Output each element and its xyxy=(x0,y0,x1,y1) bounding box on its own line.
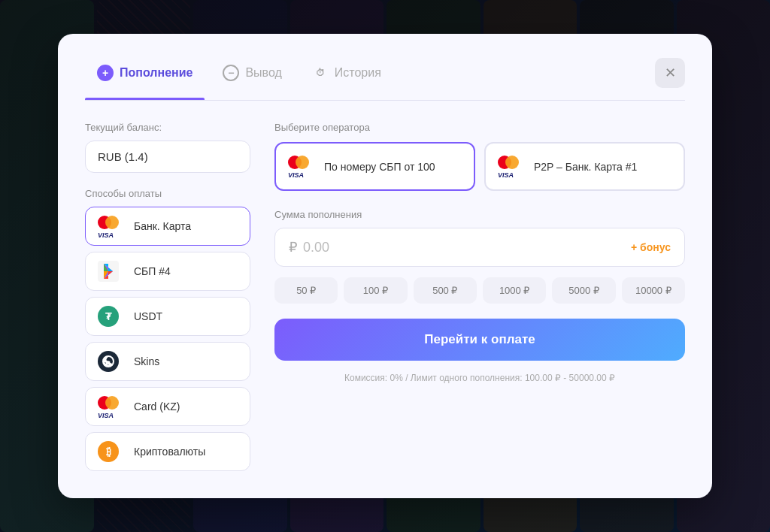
sbp-icon xyxy=(98,261,125,281)
quick-amount-5000[interactable]: 5000 ₽ xyxy=(552,277,615,304)
payment-methods-list: VISA Банк. Карта xyxy=(85,207,250,471)
tabs-bar: + Пополнение − Вывод ⏱ История ✕ xyxy=(85,58,685,101)
modal-overlay: + Пополнение − Вывод ⏱ История ✕ Текущий… xyxy=(0,0,770,532)
method-sbp[interactable]: СБП #4 xyxy=(85,252,250,291)
methods-label: Способы оплаты xyxy=(85,188,250,199)
operator-sbp100[interactable]: VISA По номеру СБП от 100 xyxy=(274,142,475,191)
method-bank-card[interactable]: VISA Банк. Карта xyxy=(85,207,250,246)
quick-amounts: 50 ₽ 100 ₽ 500 ₽ 1000 ₽ 5000 ₽ 10000 ₽ xyxy=(274,277,685,304)
bonus-label: + бонус xyxy=(631,241,671,253)
quick-amount-10000[interactable]: 10000 ₽ xyxy=(622,277,685,304)
operator-p2p-icon: VISA xyxy=(498,154,525,179)
operator-options: VISA По номеру СБП от 100 xyxy=(274,142,685,191)
quick-amount-1000[interactable]: 1000 ₽ xyxy=(483,277,546,304)
method-usdt[interactable]: ₮ USDT xyxy=(85,297,250,336)
amount-input-left: ₽ xyxy=(289,239,363,255)
commission-text: Комиссия: 0% / Лимит одного пополнения: … xyxy=(274,373,685,383)
modal: + Пополнение − Вывод ⏱ История ✕ Текущий… xyxy=(58,34,712,498)
quick-amount-50[interactable]: 50 ₽ xyxy=(274,277,338,304)
balance-label: Текущий баланс: xyxy=(85,122,250,133)
crypto-icon: ₿ xyxy=(98,442,125,461)
method-sbp-label: СБП #4 xyxy=(134,265,171,277)
tab-deposit-label: Пополнение xyxy=(120,66,192,80)
close-icon: ✕ xyxy=(665,65,676,81)
method-crypto[interactable]: ₿ Криптовалюты xyxy=(85,432,250,471)
tab-withdraw[interactable]: − Вывод xyxy=(211,59,293,87)
tab-history[interactable]: ⏱ История xyxy=(300,59,393,87)
pay-button[interactable]: Перейти к оплате xyxy=(274,319,685,361)
card-kz-icon: VISA xyxy=(98,397,125,416)
amount-input[interactable] xyxy=(303,240,363,255)
quick-amount-500[interactable]: 500 ₽ xyxy=(414,277,477,304)
withdraw-tab-icon: − xyxy=(223,65,239,81)
close-button[interactable]: ✕ xyxy=(655,58,685,88)
operator-sbp100-icon: VISA xyxy=(288,154,315,179)
method-skins-label: Skins xyxy=(134,355,159,367)
tab-withdraw-label: Вывод xyxy=(245,66,281,80)
skins-icon xyxy=(98,352,125,371)
right-panel: Выберите оператора VISA xyxy=(274,122,685,471)
operator-p2p[interactable]: VISA P2P – Банк. Карта #1 xyxy=(484,142,685,191)
method-bank-card-label: Банк. Карта xyxy=(134,220,191,232)
amount-currency: ₽ xyxy=(289,239,297,255)
deposit-tab-icon: + xyxy=(97,65,114,81)
history-tab-icon: ⏱ xyxy=(312,65,329,81)
method-usdt-label: USDT xyxy=(134,310,162,322)
balance-value: RUB (1.4) xyxy=(85,141,250,173)
amount-input-wrap: ₽ + бонус xyxy=(274,228,685,267)
operator-p2p-label: P2P – Банк. Карта #1 xyxy=(534,161,637,173)
tab-history-label: История xyxy=(335,66,381,80)
method-card-kz[interactable]: VISA Card (KZ) xyxy=(85,387,250,426)
usdt-icon: ₮ xyxy=(98,307,125,326)
operator-label: Выберите оператора xyxy=(274,122,685,133)
amount-label: Сумма пополнения xyxy=(274,209,685,220)
method-card-kz-label: Card (KZ) xyxy=(134,401,180,413)
operator-sbp100-label: По номеру СБП от 100 xyxy=(324,161,435,173)
left-panel: Текущий баланс: RUB (1.4) Способы оплаты xyxy=(85,122,250,471)
modal-content: Текущий баланс: RUB (1.4) Способы оплаты xyxy=(85,122,685,471)
method-crypto-label: Криптовалюты xyxy=(134,446,205,458)
quick-amount-100[interactable]: 100 ₽ xyxy=(344,277,407,304)
method-skins[interactable]: Skins xyxy=(85,342,250,381)
tab-deposit[interactable]: + Пополнение xyxy=(85,59,205,87)
bank-card-icon: VISA xyxy=(98,216,125,236)
